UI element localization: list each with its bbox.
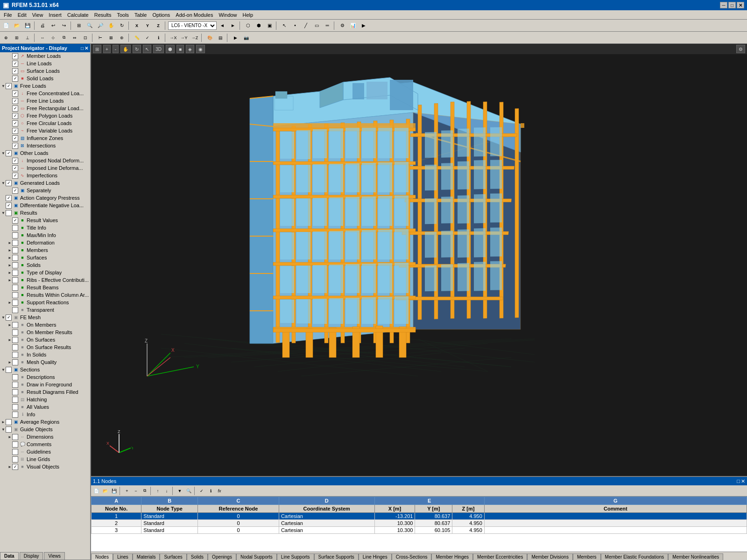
member-btn[interactable]: ═ xyxy=(322,21,332,31)
checkbox-descriptions[interactable] xyxy=(12,374,18,380)
tree-arrow-results[interactable]: ▼ xyxy=(1,211,6,215)
dt-del[interactable]: − xyxy=(132,487,140,495)
tree-item-type-of-display[interactable]: ►■Type of Display xyxy=(0,269,90,276)
checkbox-draw-foreground[interactable] xyxy=(12,382,18,388)
line-btn[interactable]: ╱ xyxy=(301,21,311,31)
tree-arrow-solids[interactable]: ► xyxy=(7,263,12,267)
dt-info[interactable]: ℹ xyxy=(206,487,215,495)
next-lc-btn[interactable]: ► xyxy=(228,21,238,31)
tree-item-ribs-effective[interactable]: ►■Ribs - Effective Contributi... xyxy=(0,276,90,284)
tree-item-in-solids[interactable]: ■In Solids xyxy=(0,351,90,358)
tree-item-generated-loads[interactable]: ▼✓▣Generated Loads xyxy=(0,179,90,187)
tree-item-intersections[interactable]: ✓⊠Intersections xyxy=(0,142,90,149)
vp-wire[interactable]: ⬢ xyxy=(166,45,175,53)
wire-btn[interactable]: ⬢ xyxy=(254,21,264,31)
tree-item-solid-loads[interactable]: ✓■Solid Loads xyxy=(0,75,90,82)
panel-float-btn[interactable]: □ xyxy=(81,46,84,51)
tree-item-support-reactions[interactable]: ►■Support Reactions xyxy=(0,299,90,306)
data-tab-lines[interactable]: Lines xyxy=(113,553,133,560)
print-btn[interactable]: 🖨 xyxy=(37,21,48,31)
data-tab-member-eccentricities[interactable]: Member Eccentricities xyxy=(473,553,527,560)
checkbox-deformation[interactable] xyxy=(12,240,18,246)
tree-arrow-free-loads[interactable]: ▼ xyxy=(1,84,6,88)
checkbox-free-polygon[interactable]: ✓ xyxy=(12,113,18,119)
checkbox-intersections[interactable]: ✓ xyxy=(12,143,18,149)
tree-item-on-member-results[interactable]: ■On Member Results xyxy=(0,329,90,336)
checkbox-line-grids[interactable] xyxy=(12,456,18,462)
load-dir-z-btn[interactable]: →Z xyxy=(190,33,200,43)
dt-up[interactable]: ↑ xyxy=(154,487,162,495)
checkbox-result-diagrams-filled[interactable] xyxy=(12,389,18,395)
close-button[interactable]: ✕ xyxy=(737,2,744,8)
table-row-1[interactable]: 1 Standard 0 Cartesian -13.201 80.637 4.… xyxy=(92,513,747,520)
checkbox-visual-objects[interactable]: ✓ xyxy=(12,464,18,470)
tree-item-max-min-info[interactable]: ■Max/Min Info xyxy=(0,231,90,239)
checkbox-fe-mesh[interactable]: ✓ xyxy=(6,315,12,321)
open-btn[interactable]: 📂 xyxy=(12,21,22,31)
data-panel-float[interactable]: □ xyxy=(737,478,740,484)
dt-save[interactable]: 💾 xyxy=(110,487,118,495)
view-x-btn[interactable]: X xyxy=(132,21,142,31)
data-tab-openings[interactable]: Openings xyxy=(208,553,236,560)
menu-table[interactable]: Table xyxy=(132,11,149,19)
checkbox-results[interactable] xyxy=(6,210,12,216)
tree-item-member-loads[interactable]: ✓↗Member Loads xyxy=(0,52,90,60)
checkbox-imposed-line[interactable]: ✓ xyxy=(12,165,18,171)
checkbox-surfaces[interactable] xyxy=(12,255,18,261)
mirror-btn[interactable]: ⇔ xyxy=(70,33,80,43)
vp-render[interactable]: ◈ xyxy=(186,45,194,53)
checkbox-support-reactions[interactable] xyxy=(12,300,18,306)
tree-item-surfaces[interactable]: ►■Surfaces xyxy=(0,254,90,261)
dt-new[interactable]: 📄 xyxy=(92,487,100,495)
panel-close-btn[interactable]: ✕ xyxy=(85,46,88,51)
data-tab-member-elastic-foundations[interactable]: Member Elastic Foundations xyxy=(601,553,669,560)
tree-item-descriptions[interactable]: ■Descriptions xyxy=(0,373,90,381)
checkbox-member-loads[interactable]: ✓ xyxy=(12,53,18,59)
checkbox-free-loads[interactable]: ✓ xyxy=(6,83,12,89)
tree-item-draw-foreground[interactable]: ■Draw in Foreground xyxy=(0,381,90,388)
checkbox-ribs-effective[interactable] xyxy=(12,277,18,283)
view-z-btn[interactable]: Z xyxy=(153,21,163,31)
grid-btn[interactable]: ⊞ xyxy=(12,33,22,43)
tree-item-line-grids[interactable]: ⊞Line Grids xyxy=(0,455,90,463)
tree-item-on-members[interactable]: ►■On Members xyxy=(0,321,90,329)
tree-arrow-guide-objects[interactable]: ▼ xyxy=(1,427,6,432)
checkbox-other-loads[interactable]: ✓ xyxy=(6,150,12,156)
vp-3d[interactable]: 3D xyxy=(153,45,164,53)
data-tab-cross-sections[interactable]: Cross-Sections xyxy=(392,553,432,560)
data-tab-surfaces[interactable]: Surfaces xyxy=(160,553,186,560)
vp-zoom-all[interactable]: ⊞ xyxy=(93,45,101,53)
checkbox-comments[interactable] xyxy=(12,441,18,448)
rotate-btn[interactable]: ↻ xyxy=(117,21,127,31)
screenshot-btn[interactable]: 📷 xyxy=(241,33,251,43)
checkbox-result-values[interactable]: ✓ xyxy=(12,217,18,224)
tree-item-line-loads[interactable]: ✓─Line Loads xyxy=(0,60,90,67)
checkbox-generated-loads[interactable]: ✓ xyxy=(6,180,12,186)
data-tab-member-hinges[interactable]: Member Hinges xyxy=(431,553,473,560)
tree-item-imposed-nodal[interactable]: ✓↓Imposed Nodal Deform... xyxy=(0,157,90,164)
checkbox-surface-loads[interactable]: ✓ xyxy=(12,68,18,74)
vp-rotate[interactable]: ↻ xyxy=(133,45,141,53)
tree-item-differentiate-negative[interactable]: ✓▣Differentiate Negative Loa... xyxy=(0,202,90,209)
tree-item-results[interactable]: ▼▣Results xyxy=(0,209,90,217)
tree-item-on-surface-results[interactable]: ■On Surface Results xyxy=(0,343,90,351)
tree-item-deformation[interactable]: ►■Deformation xyxy=(0,239,90,246)
tree-item-result-diagrams-filled[interactable]: ■Result Diagrams Filled xyxy=(0,388,90,396)
data-tab-nodal-supports[interactable]: Nodal Supports xyxy=(236,553,277,560)
checkbox-in-solids[interactable] xyxy=(12,352,18,358)
calc-btn[interactable]: ▶ xyxy=(359,21,369,31)
data-panel-close[interactable]: ✕ xyxy=(741,478,745,484)
data-tab-solids[interactable]: Solids xyxy=(187,553,208,560)
checkbox-average-regions[interactable] xyxy=(6,419,12,425)
render-btn[interactable]: ⬡ xyxy=(243,21,253,31)
hidden-btn[interactable]: ▣ xyxy=(264,21,275,31)
tree-arrow-on-members[interactable]: ► xyxy=(7,323,12,327)
tab-data[interactable]: Data xyxy=(0,552,19,560)
table-row-2[interactable]: 2 Standard 0 Cartesian 10.300 80.637 4.9… xyxy=(92,520,747,527)
checkbox-separately[interactable]: ✓ xyxy=(12,188,18,194)
tab-views[interactable]: Views xyxy=(44,552,65,560)
check-btn[interactable]: ✓ xyxy=(142,33,153,43)
tree-arrow-fe-mesh[interactable]: ▼ xyxy=(1,315,6,320)
vp-zoom-in[interactable]: + xyxy=(103,45,111,53)
tree-arrow-mesh-quality[interactable]: ► xyxy=(7,360,12,364)
